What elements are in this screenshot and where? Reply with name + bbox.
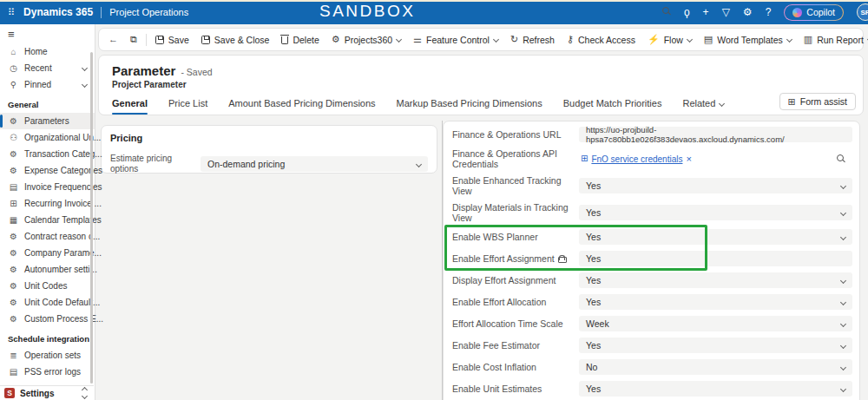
sidebar-item-label: Contract reason c... (24, 232, 100, 241)
projects360-button[interactable]: ⚙Projects360 (326, 30, 407, 49)
enable-effort-allocation-dropdown[interactable]: Yes (579, 294, 852, 310)
command-label: Delete (293, 35, 319, 45)
field-value: Yes (586, 340, 601, 351)
sidebar: ≡ ⌂Home◷Recent⚲PinnedGeneral⚙Parameters⚇… (0, 24, 95, 400)
feature-control-button[interactable]: ⚌Feature Control (407, 30, 504, 49)
tab-budget-match-priorities[interactable]: Budget Match Priorities (563, 94, 662, 115)
save-button[interactable]: Save (149, 30, 195, 49)
form-assist-icon: ⊞ (788, 97, 796, 107)
help-button[interactable]: ? (766, 7, 772, 17)
sidebar-scrollbar[interactable] (90, 52, 93, 384)
sidebar-item-label: Autonumber setti... (24, 265, 97, 274)
save-close-icon (201, 36, 210, 44)
sidebar-item-label: Parameters (24, 116, 69, 126)
finance-operations-api-credentials-lookup[interactable]: ⊞FnO service credentials× (579, 151, 852, 167)
copilot-icon (792, 8, 802, 17)
enable-enhanced-tracking-view-dropdown[interactable]: Yes (579, 178, 852, 193)
remove-icon[interactable]: × (686, 154, 691, 164)
estimate-pricing-options-dropdown[interactable]: On-demand pricing (201, 156, 428, 172)
flow-button[interactable]: ⚡Flow (641, 30, 698, 49)
brand-title[interactable]: Dynamics 365 (23, 6, 93, 18)
display-effort-assignment-dropdown[interactable]: Yes (579, 272, 852, 288)
field-label: Enable WBS Planner (452, 232, 579, 242)
lock-icon (558, 255, 565, 263)
enable-unit-estimates-dropdown[interactable]: Yes (579, 381, 852, 397)
avatar[interactable]: SR (857, 3, 868, 21)
back-icon: ← (108, 35, 118, 44)
enable-cost-inflation-dropdown[interactable]: No (579, 359, 852, 375)
sidebar-item-company-parame[interactable]: ⚙Company Parame... (0, 245, 95, 261)
sidebar-item-operation-sets[interactable]: ≣Operation sets (0, 347, 95, 364)
enable-effort-assignment-dropdown[interactable]: Yes (579, 251, 852, 266)
sidebar-item-calendar-templates[interactable]: ▦Calendar Templates (0, 212, 95, 228)
finance-operations-api-credentials-field: Finance & Operations API Credentials⊞FnO… (452, 148, 852, 169)
mag-icon (837, 154, 845, 163)
record-header: Parameter - Saved Project Parameter Gene… (98, 55, 864, 115)
sidebar-item-recurring-invoice[interactable]: ⊞Recurring Invoice ... (0, 195, 95, 212)
tab-markup-based-pricing-dimensions[interactable]: Markup Based Pricing Dimensions (397, 94, 542, 115)
grid-icon: ⊞ (581, 154, 588, 163)
chevron-down-icon (786, 36, 792, 43)
sidebar-item-parameters[interactable]: ⚙Parameters (0, 113, 95, 129)
check-access-button[interactable]: ⚷Check Access (561, 30, 641, 49)
sidebar-item-home[interactable]: ⌂Home (0, 43, 95, 60)
sidebar-item-transaction-categ[interactable]: ⚙Transaction Categ... (0, 146, 95, 162)
sidebar-item-pss-error-logs[interactable]: ▤PSS error logs (0, 364, 95, 380)
copilot-button[interactable]: Copilot (784, 4, 844, 21)
sliders-icon: ⚌ (413, 35, 422, 44)
sidebar-item-unit-code-default[interactable]: ⚙Unit Code Default... (0, 294, 95, 311)
hamburger-menu-icon[interactable]: ≡ (0, 24, 95, 43)
add-button[interactable]: + (703, 7, 709, 17)
field-value: No (586, 362, 597, 372)
field-value: On-demand pricing (207, 159, 285, 169)
command-label: Save (168, 35, 189, 45)
effort-allocation-time-scale-dropdown[interactable]: Week (579, 316, 852, 331)
gear-icon: ⚙ (8, 282, 19, 291)
chevron-down-icon (840, 364, 846, 370)
sidebar-item-invoice-frequencies[interactable]: ▤Invoice Frequencies (0, 179, 95, 195)
estimate-pricing-options-field: Estimate pricing optionsOn-demand pricin… (110, 154, 428, 174)
filter-button[interactable]: ▽ (722, 7, 730, 17)
sidebar-item-contract-reason-c[interactable]: ⚙Contract reason c... (0, 228, 95, 245)
command-label: Projects360 (345, 35, 392, 45)
sidebar-item-pinned[interactable]: ⚲Pinned (0, 76, 95, 93)
finance-operations-url-text[interactable]: https://uo-projbuild-hpsa7c80bb1e026f383… (579, 127, 852, 142)
field-label: Display Materials in Tracking View (452, 202, 579, 223)
sidebar-item-custom-process-e[interactable]: ⚙Custom Process E... (0, 311, 95, 327)
gear-icon: ⚙ (8, 249, 19, 258)
tab-related[interactable]: Related (682, 94, 724, 115)
refresh-button[interactable]: ↻Refresh (504, 30, 561, 49)
delete-button[interactable]: Delete (275, 30, 325, 49)
app-name[interactable]: Project Operations (109, 7, 188, 17)
sidebar-item-autonumber-setti[interactable]: ⚙Autonumber setti... (0, 261, 95, 278)
sidebar-item-recent[interactable]: ◷Recent (0, 60, 95, 76)
waffle-icon[interactable]: ⠿ (8, 8, 16, 17)
command-label: Flow (664, 35, 683, 45)
open-in-new-window-button[interactable]: ⧉ (124, 30, 143, 49)
idea-button[interactable]: ϙ (684, 7, 690, 17)
tab-general[interactable]: General (112, 94, 148, 115)
sidebar-item-organizational-un[interactable]: ⚇Organizational Un... (0, 129, 95, 146)
copilot-label: Copilot (806, 7, 835, 17)
sidebar-item-unit-codes[interactable]: ⚙Unit Codes (0, 278, 95, 294)
enable-effort-allocation-field: Enable Effort AllocationYes (452, 294, 852, 310)
tab-price-list[interactable]: Price List (168, 94, 207, 115)
tab-amount-based-pricing-dimensions[interactable]: Amount Based Pricing Dimensions (228, 94, 375, 115)
lookup-record-link[interactable]: FnO service credentials (591, 154, 682, 164)
settings-button[interactable]: ⚙ (743, 7, 753, 17)
save-close-button[interactable]: Save & Close (195, 30, 276, 49)
area-switcher[interactable]: S Settings (0, 385, 94, 400)
back-button[interactable]: ← (102, 30, 124, 49)
sidebar-item-expense-categories[interactable]: ⚙Expense Categories (0, 162, 95, 179)
word-templates-button[interactable]: ▤Word Templates (698, 30, 798, 49)
enable-fee-estimator-dropdown[interactable]: Yes (579, 338, 852, 353)
display-materials-in-tracking-view-dropdown[interactable]: Yes (579, 205, 852, 220)
form-assist-button[interactable]: ⊞ Form assist (779, 93, 856, 110)
command-label: Feature Control (426, 35, 490, 45)
sidebar-item-label: Operation sets (24, 351, 81, 360)
enable-wbs-planner-dropdown[interactable]: Yes (579, 229, 852, 245)
enable-wbs-planner-field: Enable WBS PlannerYes (452, 229, 852, 245)
doc-icon: ▤ (8, 183, 19, 192)
search-button[interactable] (662, 7, 671, 17)
run-report-button[interactable]: ▥Run Report (798, 30, 868, 49)
